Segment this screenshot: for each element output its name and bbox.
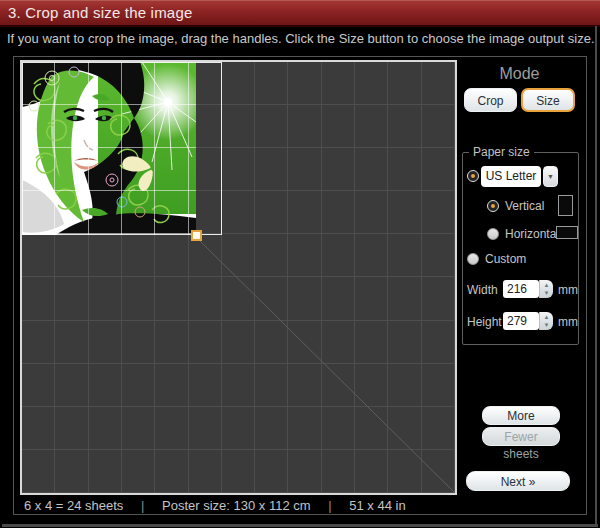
height-label: Height xyxy=(467,315,502,329)
next-button[interactable]: Next » xyxy=(466,471,570,491)
paper-size-legend: Paper size xyxy=(469,145,534,159)
custom-label: Custom xyxy=(485,252,526,266)
poster-artwork[interactable] xyxy=(22,62,196,235)
more-sheets-button[interactable]: More sheets xyxy=(482,406,560,425)
height-unit: mm xyxy=(558,315,578,329)
resize-handle[interactable] xyxy=(191,230,202,241)
horizontal-radio[interactable] xyxy=(487,228,499,240)
us-letter-radio[interactable] xyxy=(467,170,479,182)
paper-size-group: Paper size US Letter ▼ Vertical Horizont… xyxy=(462,152,579,345)
sheet-grid xyxy=(22,62,455,493)
vertical-radio[interactable] xyxy=(487,200,499,212)
status-separator: | xyxy=(141,498,144,513)
size-mode-button[interactable]: Size xyxy=(521,88,575,112)
landscape-icon xyxy=(556,226,578,239)
height-input[interactable] xyxy=(503,312,539,330)
sheet-count-text: 6 x 4 = 24 sheets xyxy=(24,498,123,513)
status-bar: 6 x 4 = 24 sheets | Poster size: 130 x 1… xyxy=(24,498,406,513)
vertical-label: Vertical xyxy=(505,199,544,213)
step-title-bar: 3. Crop and size the image xyxy=(0,0,600,27)
width-stepper[interactable]: ▲ ▼ xyxy=(539,280,553,298)
poster-canvas[interactable] xyxy=(20,60,457,495)
spinner-up-icon[interactable]: ▲ xyxy=(540,313,553,321)
portrait-icon xyxy=(558,195,573,216)
fewer-sheets-button[interactable]: Fewer sheets xyxy=(482,427,560,446)
poster-size-text: Poster size: 130 x 112 cm xyxy=(162,498,311,513)
paper-size-select[interactable]: US Letter xyxy=(481,166,541,187)
horizontal-label: Horizontal xyxy=(505,227,559,241)
window-border-right xyxy=(595,26,597,526)
window-border-bottom xyxy=(2,524,598,527)
page-title: 3. Crop and size the image xyxy=(0,1,600,25)
mode-heading: Mode xyxy=(462,65,577,83)
width-unit: mm xyxy=(558,283,578,297)
poster-size-inches-text: 51 x 44 in xyxy=(349,498,405,513)
crop-mode-button[interactable]: Crop xyxy=(464,88,517,112)
custom-radio[interactable] xyxy=(467,253,479,265)
dropdown-arrow-icon[interactable]: ▼ xyxy=(543,166,558,187)
instruction-text: If you want to crop the image, drag the … xyxy=(7,31,595,46)
app-window: 3. Crop and size the image If you want t… xyxy=(0,0,600,528)
status-separator: | xyxy=(328,498,331,513)
width-input[interactable] xyxy=(503,280,539,298)
spinner-down-icon[interactable]: ▼ xyxy=(540,289,553,297)
spinner-down-icon[interactable]: ▼ xyxy=(540,321,553,329)
height-stepper[interactable]: ▲ ▼ xyxy=(539,312,553,330)
width-label: Width xyxy=(467,283,498,297)
spinner-up-icon[interactable]: ▲ xyxy=(540,281,553,289)
